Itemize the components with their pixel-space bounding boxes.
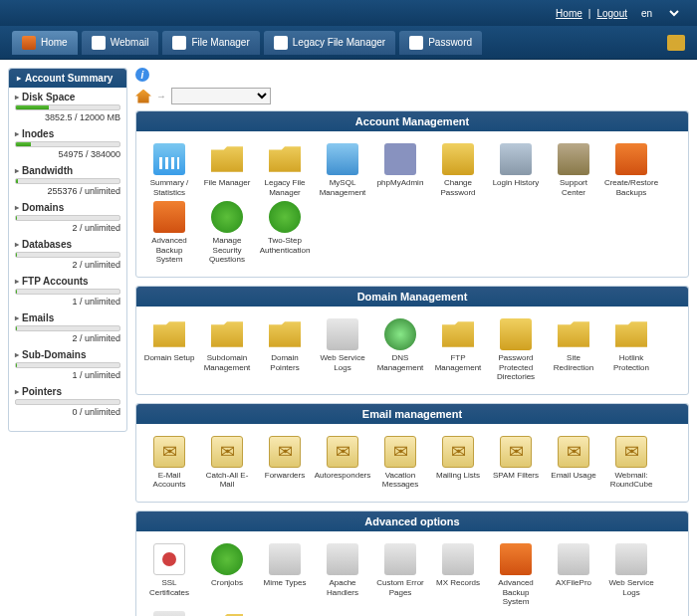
change-password-icon — [442, 143, 474, 175]
notification-icon[interactable] — [667, 35, 685, 51]
tile-label: Hotlink Protection — [604, 353, 658, 372]
home-icon[interactable] — [135, 90, 151, 103]
domain-dropdown[interactable] — [171, 88, 271, 104]
tile-label: Password Protected Directories — [489, 353, 543, 382]
tile-label: Advanced Backup System — [489, 578, 543, 607]
tile-file-manager[interactable]: File Manager — [198, 141, 256, 199]
tile-summary-statistics[interactable]: Summary / Statistics — [140, 141, 198, 199]
progress-bar — [15, 325, 120, 331]
tile-webmail-roundcube[interactable]: Webmail: RoundCube — [602, 434, 660, 492]
tile-advanced-backup-system[interactable]: Advanced Backup System — [140, 199, 198, 267]
tile-autoresponders[interactable]: Autoresponders — [314, 434, 371, 492]
section-title: Account Management — [136, 111, 688, 131]
logout-link[interactable]: Logout — [596, 8, 627, 19]
stat-pointers: Pointers 0 / unlimited — [15, 386, 120, 417]
tile-e-mail-accounts[interactable]: E-Mail Accounts — [140, 434, 198, 492]
stat-value: 3852.5 / 12000 MB — [15, 112, 120, 122]
tile-label: phpMyAdmin — [377, 178, 424, 188]
tile-ftp-access-management[interactable]: FTP Access Management — [198, 609, 256, 616]
tile-mysql-management[interactable]: MySQL Management — [314, 141, 371, 199]
web-service-logs-icon — [327, 318, 358, 350]
tile-two-step-authentication[interactable]: Two-Step Authentication — [256, 199, 314, 267]
tile-label: SSL Certificates — [142, 578, 196, 597]
tab-label: Webmail — [111, 37, 149, 48]
tile-install-cms-software[interactable]: Install CMS Software — [140, 609, 198, 616]
tile-label: Login History — [493, 178, 540, 188]
tile-axfilepro[interactable]: AXFilePro — [545, 541, 602, 609]
tile-label: Advanced Backup System — [142, 236, 196, 265]
tile-custom-error-pages[interactable]: Custom Error Pages — [371, 541, 429, 609]
tile-domain-pointers[interactable]: Domain Pointers — [256, 316, 314, 384]
tile-create-restore-backups[interactable]: Create/Restore Backups — [602, 141, 660, 199]
tab-legacy-fm[interactable]: Legacy File Manager — [264, 31, 395, 55]
tile-ssl-certificates[interactable]: SSL Certificates — [140, 541, 198, 609]
autoresponders-icon — [327, 436, 358, 468]
summary-statistics-icon — [153, 143, 185, 175]
tile-ftp-management[interactable]: FTP Management — [429, 316, 487, 384]
tile-mailing-lists[interactable]: Mailing Lists — [429, 434, 487, 492]
stat-value: 0 / unlimited — [15, 407, 120, 417]
tile-domain-setup[interactable]: Domain Setup — [140, 316, 198, 384]
tile-subdomain-management[interactable]: Subdomain Management — [198, 316, 256, 384]
tile-mime-types[interactable]: Mime Types — [256, 541, 314, 609]
tab-label: Password — [428, 37, 472, 48]
stat-label: Sub-Domains — [15, 349, 120, 360]
tile-hotlink-protection[interactable]: Hotlink Protection — [602, 316, 660, 384]
tile-advanced-backup-system[interactable]: Advanced Backup System — [487, 541, 545, 609]
info-icon[interactable]: i — [135, 68, 149, 82]
tile-phpmyadmin[interactable]: phpMyAdmin — [371, 141, 429, 199]
stat-value: 2 / unlimited — [15, 223, 120, 233]
tile-spam-filters[interactable]: SPAM Filters — [487, 434, 545, 492]
tile-manage-security-questions[interactable]: Manage Security Questions — [198, 199, 256, 267]
tile-mx-records[interactable]: MX Records — [429, 541, 487, 609]
tile-web-service-logs[interactable]: Web Service Logs — [314, 316, 371, 384]
sidebar: Account Summary Disk Space 3852.5 / 1200… — [8, 68, 127, 616]
tile-dns-management[interactable]: DNS Management — [371, 316, 429, 384]
language-select[interactable]: en — [637, 7, 682, 20]
hotlink-protection-icon — [615, 318, 647, 350]
progress-bar — [15, 141, 120, 147]
catch-all-e-mail-icon — [211, 436, 243, 468]
tile-vacation-messages[interactable]: Vacation Messages — [371, 434, 429, 492]
tile-change-password[interactable]: Change Password — [429, 141, 487, 199]
tile-label: AXFilePro — [556, 578, 591, 588]
progress-bar — [15, 215, 120, 221]
tab-filemanager[interactable]: File Manager — [162, 31, 259, 55]
e-mail-accounts-icon — [153, 436, 185, 468]
key-icon — [409, 36, 423, 50]
tile-label: Cronjobs — [211, 578, 243, 588]
progress-bar — [15, 399, 120, 405]
mx-records-icon — [442, 543, 474, 575]
section-email: Email management E-Mail AccountsCatch-Al… — [135, 403, 689, 503]
home-link[interactable]: Home — [556, 8, 582, 19]
legacy-file-manager-icon — [269, 143, 301, 175]
progress-bar — [15, 178, 120, 184]
tile-catch-all-e-mail[interactable]: Catch-All E-Mail — [198, 434, 256, 492]
tile-support-center[interactable]: Support Center — [545, 141, 602, 199]
content-area: i → Account Management Summary / Statist… — [135, 68, 689, 616]
tile-web-service-logs[interactable]: Web Service Logs — [602, 541, 660, 609]
phpmyadmin-icon — [384, 143, 416, 175]
tile-apache-handlers[interactable]: Apache Handlers — [314, 541, 371, 609]
tile-site-redirection[interactable]: Site Redirection — [545, 316, 602, 384]
install-cms-software-icon — [153, 611, 185, 616]
tab-webmail[interactable]: Webmail — [82, 31, 159, 55]
tile-forwarders[interactable]: Forwarders — [256, 434, 314, 492]
tile-legacy-file-manager[interactable]: Legacy File Manager — [256, 141, 314, 199]
folder-icon — [274, 36, 288, 50]
tile-password-protected-directories[interactable]: Password Protected Directories — [487, 316, 545, 384]
tile-label: Autoresponders — [315, 471, 370, 481]
cronjobs-icon — [211, 543, 243, 575]
stat-label: Disk Space — [15, 92, 120, 103]
stat-emails: Emails 2 / unlimited — [15, 312, 120, 343]
tile-email-usage[interactable]: Email Usage — [545, 434, 602, 492]
tab-home[interactable]: Home — [12, 31, 78, 55]
tile-login-history[interactable]: Login History — [487, 141, 545, 199]
tab-password[interactable]: Password — [399, 31, 482, 55]
separator: | — [588, 8, 591, 19]
tile-label: Domain Setup — [144, 353, 195, 363]
tile-cronjobs[interactable]: Cronjobs — [198, 541, 256, 609]
login-history-icon — [500, 143, 532, 175]
domain-pointers-icon — [269, 318, 301, 350]
tab-label: Home — [41, 37, 68, 48]
